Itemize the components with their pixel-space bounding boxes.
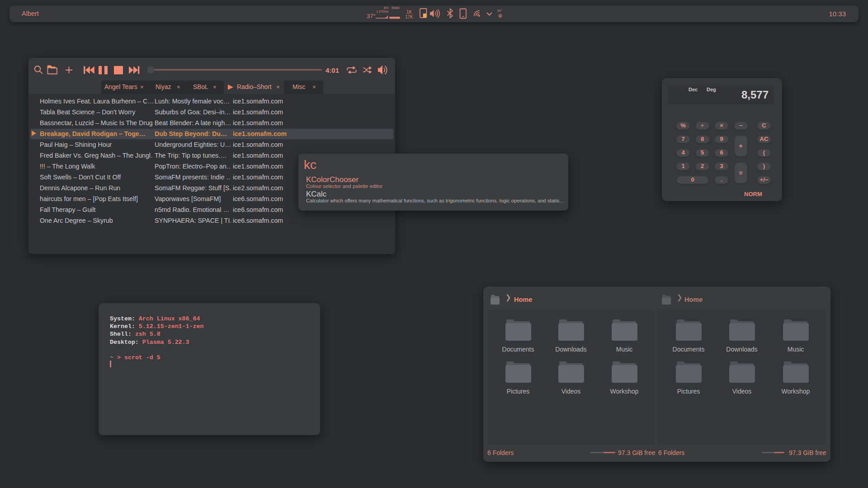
svg-text:64°: 64° (497, 9, 502, 12)
svg-text:1.47GHz: 1.47GHz (376, 10, 389, 13)
svg-text:8%: 8% (384, 6, 388, 9)
svg-text:37°: 37° (367, 13, 376, 19)
svg-text:17K: 17K (405, 14, 413, 19)
svg-text:4:01: 4:01 (326, 66, 339, 74)
svg-text:1K: 1K (406, 9, 412, 14)
svg-text:954M: 954M (392, 6, 400, 9)
